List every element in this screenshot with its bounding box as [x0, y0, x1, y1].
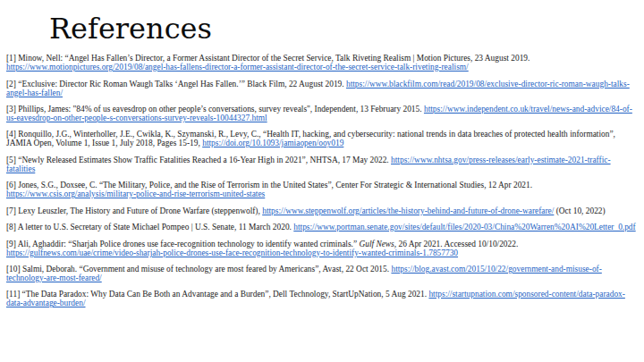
reference-item: [9] Ali, Aghaddir: “Sharjah Police drone… [6, 240, 638, 258]
reference-text: (Oct 10, 2022) [554, 206, 605, 215]
reference-link[interactable]: https://gulfnews.com/uae/crime/video-sha… [6, 248, 458, 257]
reference-item: [2] “Exclusive: Director Ric Roman Waugh… [6, 80, 638, 98]
reference-link[interactable]: https://www.csis.org/analysis/military-p… [6, 189, 265, 198]
slide: References [1] Minow, Nell: “Angel Has F… [0, 13, 644, 362]
reference-link[interactable]: https://www.motionpictures.org/2019/08/a… [6, 63, 469, 72]
reference-text: [7] Lexy Leuszler, The History and Futur… [6, 206, 262, 215]
reference-link[interactable]: https://www.steppenwolf.org/articles/the… [262, 206, 554, 215]
reference-item: [10] Salmi, Deborah. “Government and mis… [6, 265, 638, 283]
reference-item: [1] Minow, Nell: “Angel Has Fallen’s Dir… [6, 55, 638, 72]
reference-text: [8] A letter to U.S. Secretary of State … [6, 223, 293, 232]
reference-text: [11] “The Data Paradox: Why Data Can Be … [6, 290, 428, 299]
reference-text: [10] Salmi, Deborah. “Government and mis… [6, 265, 391, 274]
reference-item: [8] A letter to U.S. Secretary of State … [6, 223, 638, 232]
reference-text: [3] Phillips, James: "84% of us eavesdro… [6, 105, 424, 114]
reference-text: [9] Ali, Aghaddir: “Sharjah Police drone… [6, 240, 359, 248]
reference-text: [2] “Exclusive: Director Ric Roman Waugh… [6, 80, 346, 88]
reference-text: , 26 Apr 2021. Accessed 10/10/2022. [394, 240, 519, 248]
reference-link[interactable]: https://doi.org/10.1093/jamiaopen/ooy019 [202, 139, 343, 147]
reference-item: [3] Phillips, James: "84% of us eavesdro… [6, 105, 638, 123]
reference-text: [5] “Newly Released Estimates Show Traff… [6, 156, 391, 164]
slide-title: References [49, 13, 638, 45]
references-list: [1] Minow, Nell: “Angel Has Fallen’s Dir… [6, 55, 638, 308]
reference-item: [11] “The Data Paradox: Why Data Can Be … [6, 290, 638, 308]
reference-source-name: Gulf News [359, 240, 394, 248]
reference-item: [4] Ronquillo, J.G., Winterholler, J.E.,… [6, 130, 638, 148]
reference-item: [7] Lexy Leuszler, The History and Futur… [6, 207, 638, 216]
reference-link[interactable]: https://www.portman.senate.gov/sites/def… [293, 223, 635, 232]
reference-item: [5] “Newly Released Estimates Show Traff… [6, 156, 638, 174]
reference-text: [1] Minow, Nell: “Angel Has Fallen’s Dir… [6, 54, 530, 63]
reference-item: [6] Jones, S.G., Doxsee, C. “The Militar… [6, 181, 638, 199]
reference-text: [6] Jones, S.G., Doxsee, C. “The Militar… [6, 181, 532, 189]
